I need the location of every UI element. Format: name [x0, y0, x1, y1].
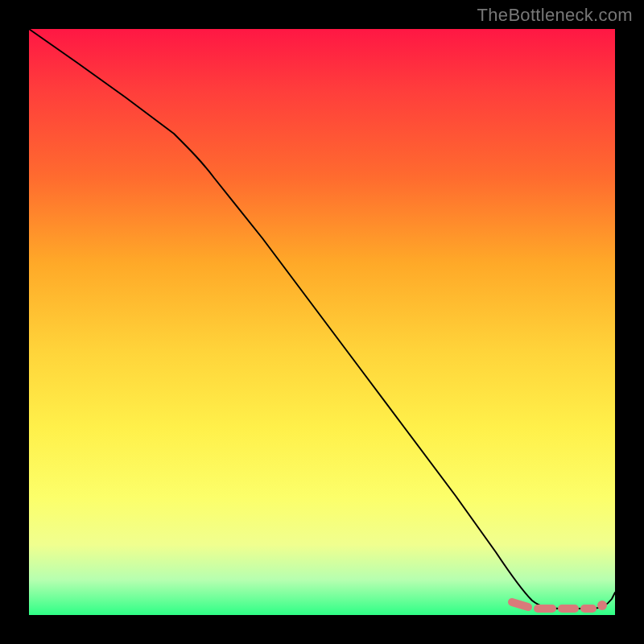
highlight-end-dot	[597, 601, 607, 610]
highlight-dash-1	[512, 602, 528, 607]
plot-area	[29, 29, 615, 615]
chart-svg	[29, 29, 615, 615]
chart-frame: TheBottleneck.com	[0, 0, 644, 644]
watermark-text: TheBottleneck.com	[477, 5, 633, 26]
main-curve	[29, 29, 615, 609]
